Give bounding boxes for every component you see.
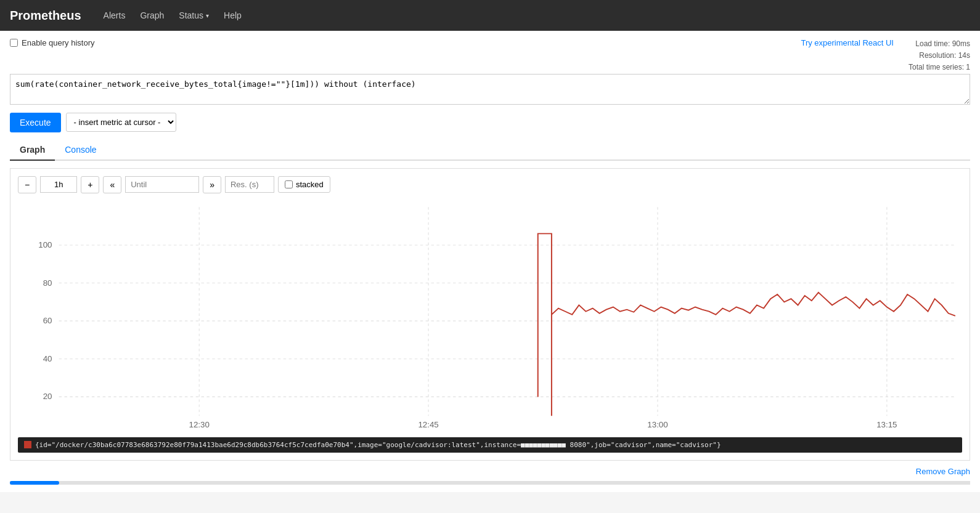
nav-status-label: Status: [179, 10, 203, 20]
nav-alerts[interactable]: Alerts: [96, 0, 133, 31]
graph-panel: − + « » stacked: [10, 168, 970, 461]
svg-text:60: 60: [43, 316, 52, 325]
tab-graph[interactable]: Graph: [10, 140, 55, 161]
rewind-button[interactable]: «: [103, 176, 121, 193]
legend-text: {id="/docker/c30ba6c07783e6863792e80f79a…: [35, 441, 721, 449]
stats-panel: Load time: 90ms Resolution: 14s Total ti…: [909, 38, 970, 74]
zoom-out-button[interactable]: −: [18, 176, 36, 193]
legend: {id="/docker/c30ba6c07783e6863792e80f79a…: [18, 437, 962, 453]
zoom-in-button[interactable]: +: [81, 176, 99, 193]
insert-metric-select[interactable]: - insert metric at cursor -: [66, 113, 176, 132]
chart-svg: 20 40 60 80 100 12:30 12:45 13:00 13:15: [18, 201, 962, 435]
resolution-input[interactable]: [225, 176, 274, 193]
enable-history-checkbox[interactable]: [10, 39, 18, 47]
tabs-row: Graph Console: [10, 140, 970, 161]
query-input[interactable]: [10, 74, 970, 105]
main-content: Enable query history Try experimental Re…: [0, 31, 980, 492]
svg-text:12:30: 12:30: [189, 420, 210, 429]
execute-button[interactable]: Execute: [10, 113, 61, 132]
svg-text:80: 80: [43, 278, 52, 287]
remove-graph-button[interactable]: Remove Graph: [916, 467, 970, 476]
top-bar: Enable query history Try experimental Re…: [10, 38, 970, 74]
nav-graph[interactable]: Graph: [133, 0, 171, 31]
resolution: Resolution: 14s: [909, 50, 970, 62]
total-series: Total time series: 1: [909, 62, 970, 73]
load-time: Load time: 90ms: [909, 38, 970, 50]
query-container: [10, 74, 970, 107]
svg-text:12:45: 12:45: [418, 420, 438, 429]
stacked-checkbox[interactable]: [285, 180, 293, 188]
chart-area: 20 40 60 80 100 12:30 12:45 13:00 13:15: [18, 201, 962, 435]
svg-text:13:00: 13:00: [647, 420, 668, 429]
toolbar: Execute - insert metric at cursor -: [10, 113, 970, 132]
stacked-label: stacked: [296, 180, 324, 189]
tab-console[interactable]: Console: [55, 140, 106, 161]
scroll-bar[interactable]: [10, 481, 970, 485]
chevron-down-icon: ▾: [206, 12, 209, 19]
brand-logo: Prometheus: [10, 9, 81, 23]
svg-text:100: 100: [38, 240, 52, 249]
react-ui-link[interactable]: Try experimental React UI: [801, 38, 894, 47]
bottom-bar: Remove Graph: [10, 461, 970, 479]
stacked-button[interactable]: stacked: [278, 176, 330, 193]
scroll-thumb[interactable]: [10, 481, 59, 485]
forward-button[interactable]: »: [203, 176, 221, 193]
svg-text:40: 40: [43, 354, 52, 363]
legend-color: [24, 441, 31, 448]
navbar: Prometheus Alerts Graph Status ▾ Help: [0, 0, 980, 31]
graph-controls: − + « » stacked: [18, 176, 962, 193]
until-input[interactable]: [125, 176, 199, 193]
time-range-input[interactable]: [40, 176, 77, 193]
svg-text:13:15: 13:15: [876, 420, 897, 429]
enable-history-row: Enable query history: [10, 38, 95, 47]
nav-help[interactable]: Help: [216, 0, 249, 31]
svg-text:20: 20: [43, 392, 52, 401]
nav-status[interactable]: Status ▾: [171, 0, 216, 31]
enable-history-label: Enable query history: [22, 38, 95, 47]
